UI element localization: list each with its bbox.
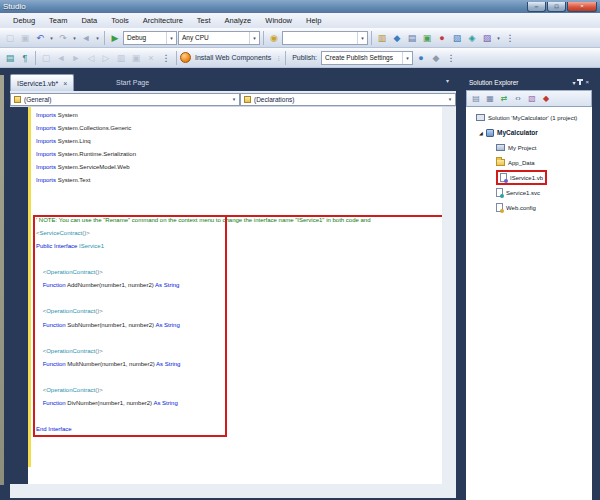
chevron-down-icon[interactable]: ▾ bbox=[445, 96, 455, 102]
close-panel-icon[interactable]: × bbox=[585, 79, 589, 85]
next-bookmark-in-folder-icon[interactable]: ▷ bbox=[99, 51, 113, 65]
tree-item-app-data-label: App_Data bbox=[508, 160, 535, 166]
team-explorer-icon[interactable]: ◆ bbox=[390, 31, 404, 45]
members-combobox[interactable]: (Declarations) ▾ bbox=[240, 93, 456, 106]
redo-icon[interactable]: ↷ bbox=[56, 31, 70, 45]
next-bookmark-icon[interactable]: ► bbox=[69, 51, 83, 65]
close-tab-icon[interactable]: × bbox=[63, 80, 67, 87]
view-in-browser-icon[interactable]: ● bbox=[414, 51, 428, 65]
refresh-icon[interactable]: ⇄ bbox=[498, 93, 510, 105]
navigate-backward-icon[interactable]: ◄ bbox=[79, 31, 93, 45]
editor-horizontal-scrollbar[interactable]: 100 % ▾ ◄ ≡ ► bbox=[10, 484, 456, 498]
code-line: Imports System.Runtime.Serialization bbox=[36, 147, 371, 160]
install-extension-icon[interactable]: ◆ bbox=[540, 93, 552, 105]
code-line: <OperationContract()> bbox=[36, 344, 371, 357]
editor-vertical-scrollbar[interactable]: ▴ ▴ ≡ ▾ bbox=[442, 107, 456, 484]
menu-item-team[interactable]: Team bbox=[42, 15, 74, 26]
view-code-icon[interactable]: ‹› bbox=[512, 93, 524, 105]
publish-settings-icon[interactable]: ◆ bbox=[429, 51, 443, 65]
types-combobox[interactable]: (General) ▾ bbox=[10, 93, 240, 106]
find-combobox[interactable]: ▾ bbox=[282, 31, 368, 45]
active-files-dropdown-icon[interactable]: ▾ bbox=[446, 77, 449, 84]
tree-item-app-data[interactable]: App_Data bbox=[466, 155, 592, 170]
tree-item-iservice1-vb[interactable]: IService1.vb bbox=[466, 170, 592, 185]
redo-icon-dropdown[interactable]: ▾ bbox=[71, 35, 78, 41]
code-line: Function SubNumber(number1, number2) As … bbox=[36, 318, 371, 331]
chevron-down-icon[interactable]: ▾ bbox=[357, 32, 367, 44]
class-icon bbox=[14, 96, 21, 103]
menu-item-tools[interactable]: Tools bbox=[104, 15, 136, 26]
menu-item-architecture[interactable]: Architecture bbox=[136, 15, 190, 26]
menu-item-debug[interactable]: Debug bbox=[6, 15, 42, 26]
chevron-down-icon[interactable]: ▾ bbox=[249, 32, 259, 44]
tree-item-my-project-label: My Project bbox=[508, 145, 536, 151]
publish-settings-combobox[interactable]: Create Publish Settings ▾ bbox=[321, 51, 413, 65]
toolbar-options-icon[interactable]: ⋮ bbox=[159, 51, 173, 65]
minimize-button[interactable]: – bbox=[527, 2, 546, 12]
start-debugging-icon[interactable]: ▶ bbox=[108, 31, 122, 45]
formatting-toolbar-icon[interactable]: ▤ bbox=[3, 51, 17, 65]
view-designer-icon[interactable]: ▧ bbox=[526, 93, 538, 105]
project-node-mycalculator[interactable]: ◢MyCalculator bbox=[466, 125, 592, 140]
extension-manager-icon-dropdown[interactable]: ▾ bbox=[495, 35, 502, 41]
bookmark-folder-icon[interactable]: ▥ bbox=[114, 51, 128, 65]
solution-configuration-combobox[interactable]: Debug ▾ bbox=[123, 31, 177, 45]
solution-node[interactable]: Solution 'MyCalculator' (1 project) bbox=[466, 110, 592, 125]
undo-icon-dropdown[interactable]: ▾ bbox=[48, 35, 55, 41]
chevron-down-icon[interactable]: ▾ bbox=[166, 32, 176, 44]
overflow-icon[interactable]: ⋮ bbox=[275, 55, 282, 61]
solution-platform-combobox[interactable]: Any CPU ▾ bbox=[178, 31, 260, 45]
start-page-icon[interactable]: ◈ bbox=[465, 31, 479, 45]
solution-explorer-header[interactable]: Solution Explorer ▾ × bbox=[466, 74, 592, 90]
tab-start-page[interactable]: Start Page bbox=[110, 74, 155, 91]
properties-window-icon[interactable]: ▤ bbox=[405, 31, 419, 45]
properties-icon[interactable]: ▤ bbox=[470, 93, 482, 105]
expander-icon[interactable]: ◢ bbox=[479, 130, 486, 136]
save-all-icon[interactable]: ▣ bbox=[18, 31, 32, 45]
web-toolbar: ▤¶▢◄►◁▷▥▣×⋮ Install Web Components ⋮ Pub… bbox=[0, 48, 600, 68]
tree-item-service1-svc[interactable]: Service1.svc bbox=[466, 185, 592, 200]
menu-item-analyze[interactable]: Analyze bbox=[218, 15, 259, 26]
menu-item-data[interactable]: Data bbox=[74, 15, 104, 26]
editor-navigation-bar: (General) ▾ (Declarations) ▾ bbox=[10, 91, 456, 107]
output-window-icon[interactable]: ▧ bbox=[450, 31, 464, 45]
maximize-button[interactable]: □ bbox=[547, 2, 566, 12]
error-list-icon[interactable]: ● bbox=[435, 31, 449, 45]
menu-item-test[interactable]: Test bbox=[190, 15, 218, 26]
extension-manager-icon[interactable]: ▨ bbox=[480, 31, 494, 45]
tab-iservice1-vb[interactable]: IService1.vb* × bbox=[10, 74, 74, 91]
add-new-item-icon[interactable]: ▢ bbox=[3, 31, 17, 45]
tree-item-web-config[interactable]: Web.config bbox=[466, 200, 592, 215]
solution-explorer-icon[interactable]: ▥ bbox=[375, 31, 389, 45]
pin-icon[interactable] bbox=[579, 79, 581, 85]
delete-bookmark-icon[interactable]: × bbox=[144, 51, 158, 65]
tree-item-iservice1-vb-icon bbox=[500, 173, 507, 182]
toolbar-options-icon[interactable]: ⋮ bbox=[444, 51, 458, 65]
close-button[interactable]: × bbox=[567, 2, 597, 12]
navigate-backward-icon-dropdown[interactable]: ▾ bbox=[94, 35, 101, 41]
undo-icon[interactable]: ↶ bbox=[33, 31, 47, 45]
menu-item-help[interactable]: Help bbox=[299, 15, 328, 26]
whitespace-icon[interactable]: ¶ bbox=[18, 51, 32, 65]
previous-bookmark-in-folder-icon[interactable]: ◁ bbox=[84, 51, 98, 65]
title-bar: Studio – □ × bbox=[0, 0, 600, 13]
menu-item-window[interactable]: Window bbox=[258, 15, 299, 26]
install-web-components-icon[interactable] bbox=[180, 52, 191, 63]
find-icon[interactable]: ◉ bbox=[267, 31, 281, 45]
window-position-icon[interactable]: ▾ bbox=[572, 79, 575, 86]
tree-item-web-config-icon bbox=[496, 203, 503, 212]
previous-bookmark-icon[interactable]: ◄ bbox=[54, 51, 68, 65]
toggle-bookmark-icon[interactable]: ▢ bbox=[39, 51, 53, 65]
chevron-down-icon[interactable]: ▾ bbox=[402, 52, 412, 64]
tree-item-my-project[interactable]: My Project bbox=[466, 140, 592, 155]
collapsed-panel-edge bbox=[0, 75, 4, 485]
clear-bookmarks-icon[interactable]: ▣ bbox=[129, 51, 143, 65]
toolbar-options-icon[interactable]: ⋮ bbox=[503, 31, 517, 45]
object-browser-icon[interactable]: ▣ bbox=[420, 31, 434, 45]
install-web-components-button[interactable]: Install Web Components bbox=[192, 54, 274, 61]
code-editor[interactable]: Imports SystemImports System.Collections… bbox=[28, 107, 442, 484]
code-line: Imports System.Text bbox=[36, 173, 371, 186]
show-all-files-icon[interactable]: ▦ bbox=[484, 93, 496, 105]
chevron-down-icon[interactable]: ▾ bbox=[229, 96, 239, 102]
member-icon bbox=[244, 96, 251, 103]
